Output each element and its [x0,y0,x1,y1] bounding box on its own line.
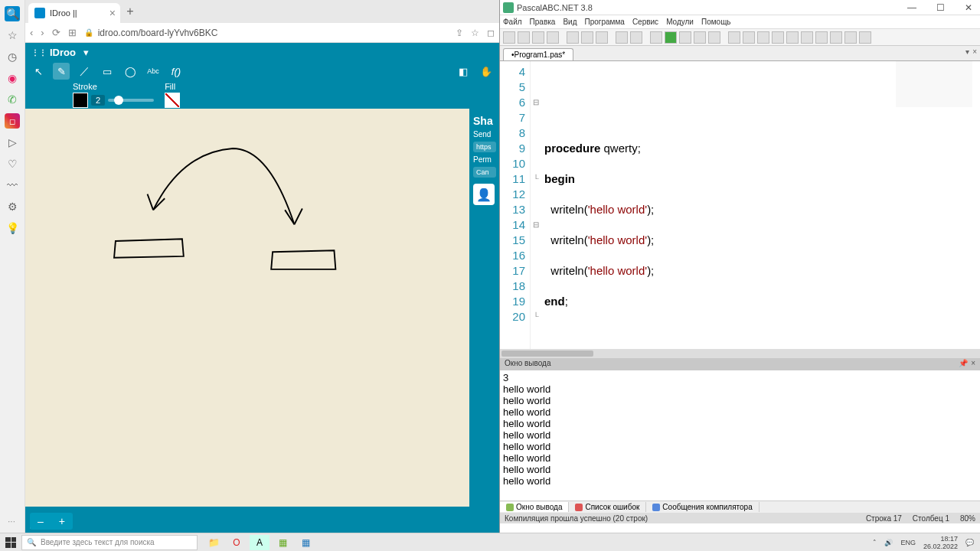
tb-redo[interactable] [630,31,642,44]
tb-stepinto[interactable] [694,31,706,44]
menu-view[interactable]: Вид [563,18,577,26]
reload-button[interactable]: ⟳ [52,27,60,38]
task-app4[interactable]: ▦ [273,535,292,550]
sidebar-star-icon[interactable]: ☆ [5,28,20,43]
sidebar-search-icon[interactable]: 🔍 [5,6,20,21]
menu-help[interactable]: Помощь [701,18,731,26]
tb-undo[interactable] [616,31,628,44]
sidebar-bulb-icon[interactable]: 💡 [5,220,20,236]
sidebar-wave-icon[interactable]: 〰 [5,178,20,193]
pin-icon[interactable]: 📌 [959,359,968,370]
tb-open[interactable] [518,31,530,44]
can-button[interactable]: Can [473,167,496,178]
tb-p7[interactable] [815,31,828,44]
tb-saveall[interactable] [547,31,559,44]
stroke-color-swatch[interactable] [73,93,88,108]
https-badge[interactable]: https [473,142,496,152]
menu-edit[interactable]: Правка [530,18,556,26]
user-avatar[interactable]: 👤 [473,184,495,205]
tray-sound-icon[interactable]: 🔊 [884,539,893,546]
share-icon[interactable]: ⇪ [456,28,463,38]
fill-color-swatch[interactable] [165,93,180,108]
tab-output[interactable]: Окно вывода [500,502,569,512]
tray-lang[interactable]: ENG [900,539,916,546]
tb-p1[interactable] [728,31,740,44]
tb-save[interactable] [532,31,544,44]
tb-p10[interactable] [859,31,871,44]
select-tool[interactable]: ↖ [30,63,47,80]
forward-button[interactable]: › [41,27,44,38]
rect-tool[interactable]: ▭ [99,63,116,80]
board-menu-icon[interactable]: ▾ [83,47,89,58]
apps-button[interactable]: ⊞ [68,27,77,38]
tab-errors[interactable]: Список ошибок [569,502,646,512]
whiteboard-canvas[interactable] [25,109,469,507]
tb-p2[interactable] [743,31,755,44]
tb-cut[interactable] [567,31,579,44]
task-app5[interactable]: ▦ [296,535,315,550]
tray-notifications-icon[interactable]: 💬 [965,539,974,546]
tb-step[interactable] [679,31,691,44]
sidebar-play-icon[interactable]: ▷ [5,135,20,150]
close-button[interactable]: ✕ [960,2,977,13]
tb-p6[interactable] [801,31,813,44]
start-button[interactable] [0,533,21,552]
minimap[interactable] [896,61,972,107]
menu-file[interactable]: Файл [503,18,522,26]
url-field[interactable]: 🔒 idroo.com/board-lyYvhv6BKC [84,28,448,38]
sidebar-instagram-icon[interactable]: ◻ [5,113,20,129]
tab-compiler[interactable]: Сообщения компилятора [646,502,759,512]
tb-p8[interactable] [830,31,842,44]
tb-p3[interactable] [757,31,769,44]
sidebar-heart-icon[interactable]: ♡ [5,156,20,171]
sidebar-more-icon[interactable]: ··· [8,516,15,527]
zoom-in-button[interactable]: + [51,513,73,530]
tb-copy[interactable] [581,31,593,44]
tb-p9[interactable] [844,31,857,44]
menu-service[interactable]: Сервис [632,18,658,26]
tab-dropdown-icon[interactable]: ▾ [965,47,969,56]
tb-run[interactable] [665,31,677,44]
sidebar-messenger-icon[interactable]: ◉ [5,70,20,86]
taskbar-search[interactable]: 🔍 Введите здесь текст для поиска [21,535,198,550]
bookmark-icon[interactable]: ☆ [471,28,479,38]
tray-up-icon[interactable]: ˄ [873,539,877,546]
minimize-button[interactable]: — [903,2,921,13]
tray-clock[interactable]: 18:17 26.02.2022 [923,535,958,550]
sidebar-clock-icon[interactable]: ◷ [5,49,20,64]
stroke-width-value[interactable]: 2 [91,95,105,106]
tab-close-icon[interactable]: × [109,7,116,19]
fold-column[interactable]: ⊟ └ ⊟ └ [531,61,541,358]
ellipse-tool[interactable]: ◯ [122,63,139,80]
document-tab[interactable]: •Program1.pas* [503,48,573,60]
menu-program[interactable]: Программа [584,18,624,26]
tb-p5[interactable] [786,31,799,44]
line-tool[interactable]: ／ [76,63,93,80]
pen-tool[interactable]: ✎ [53,63,70,80]
formula-tool[interactable]: f() [168,63,185,80]
zoom-out-button[interactable]: – [30,513,51,530]
task-pascal[interactable]: A [250,535,270,550]
tb-compile[interactable] [650,31,662,44]
sidebar-gear-icon[interactable]: ⚙ [5,199,20,214]
extension-icon[interactable]: ◻ [487,28,495,38]
browser-tab[interactable]: IDroo || × [28,3,120,23]
new-tab-button[interactable]: + [120,2,140,21]
pan-tool[interactable]: ✋ [478,63,495,80]
output-close-icon[interactable]: × [971,359,975,370]
menu-modules[interactable]: Модули [666,18,694,26]
text-tool[interactable]: Abc [145,63,162,80]
stroke-width-slider[interactable] [108,99,154,102]
task-explorer[interactable]: 📁 [204,535,224,550]
eraser-tool[interactable]: ◧ [455,63,472,80]
sidebar-whatsapp-icon[interactable]: ✆ [5,92,20,107]
tab-close-icon[interactable]: × [972,47,977,56]
output-panel[interactable]: 3 hello world hello world hello world he… [500,370,980,505]
tb-new[interactable] [503,31,515,44]
code-editor[interactable]: 4567891011121314151617181920 ⊟ └ ⊟ └ pro… [500,61,980,358]
idroo-logo[interactable]: IDroo [31,47,76,58]
horizontal-scrollbar[interactable] [500,349,980,358]
back-button[interactable]: ‹ [30,27,33,38]
code-content[interactable]: procedure qwerty; begin writeln('hello w… [541,61,980,358]
tb-paste[interactable] [596,31,608,44]
